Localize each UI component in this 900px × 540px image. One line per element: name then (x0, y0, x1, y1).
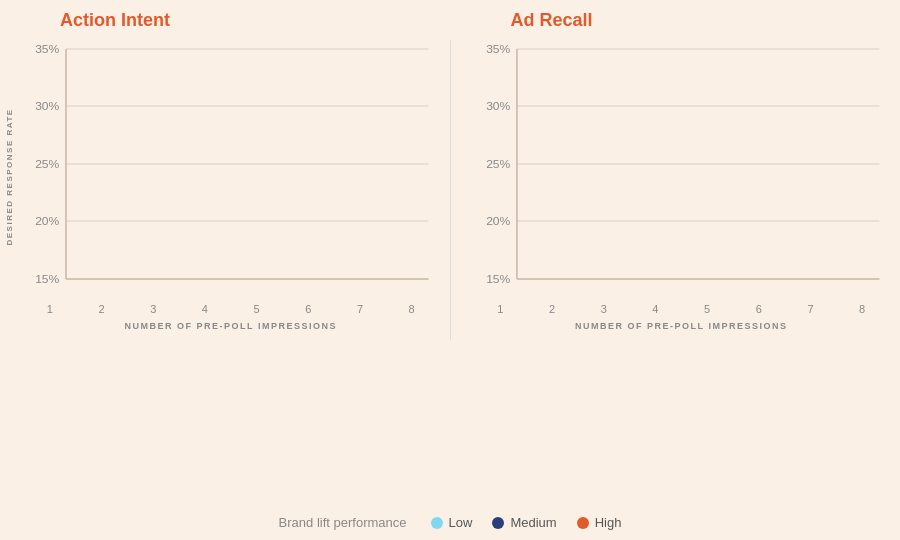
legend-dot-high (577, 517, 589, 529)
legend-label: Brand lift performance (279, 515, 407, 530)
svg-text:20%: 20% (486, 215, 510, 226)
x-tick-8: 8 (386, 303, 438, 315)
x-tick-7: 7 (785, 303, 837, 315)
x-tick-2: 2 (76, 303, 128, 315)
x-tick-5: 5 (681, 303, 733, 315)
x-tick-1: 1 (475, 303, 527, 315)
legend-dot-low (431, 517, 443, 529)
x-tick-3: 3 (127, 303, 179, 315)
legend-item-high: High (577, 515, 622, 530)
legend-item-medium-label: Medium (510, 515, 556, 530)
legend-item-low-label: Low (449, 515, 473, 530)
action-intent-y-axis-label-container: DESIRED RESPONSE RATE (0, 39, 18, 331)
ad-recall-x-axis-label: NUMBER OF PRE-POLL IMPRESSIONS (473, 321, 891, 331)
action-intent-x-ticks: 1 2 3 4 5 6 7 8 (24, 299, 438, 315)
action-intent-grid: 35% 30% 25% 20% 15% (22, 39, 440, 299)
charts-row: Action Intent DESIRED RESPONSE RATE (0, 10, 900, 505)
legend-item-low: Low (431, 515, 473, 530)
svg-text:25%: 25% (35, 158, 59, 169)
legend-dot-medium (492, 517, 504, 529)
x-tick-2: 2 (526, 303, 578, 315)
x-tick-4: 4 (179, 303, 231, 315)
ad-recall-grid: 35% 30% 25% 20% 15% (473, 39, 891, 299)
x-tick-7: 7 (334, 303, 386, 315)
action-intent-chart-wrapper: Action Intent DESIRED RESPONSE RATE (0, 10, 450, 331)
action-intent-x-axis-label: NUMBER OF PRE-POLL IMPRESSIONS (22, 321, 440, 331)
action-intent-svg: 35% 30% 25% 20% 15% (22, 39, 440, 299)
svg-text:15%: 15% (35, 273, 59, 284)
ad-recall-title: Ad Recall (511, 10, 593, 31)
x-tick-8: 8 (836, 303, 888, 315)
ad-recall-svg: 35% 30% 25% 20% 15% (473, 39, 891, 299)
action-intent-title: Action Intent (60, 10, 170, 31)
action-intent-y-axis-label: DESIRED RESPONSE RATE (5, 125, 14, 245)
x-tick-6: 6 (282, 303, 334, 315)
svg-text:35%: 35% (35, 43, 59, 54)
action-intent-chart-area: DESIRED RESPONSE RATE (0, 39, 440, 331)
x-tick-1: 1 (24, 303, 76, 315)
x-tick-6: 6 (733, 303, 785, 315)
legend-item-high-label: High (595, 515, 622, 530)
main-container: Action Intent DESIRED RESPONSE RATE (0, 0, 900, 540)
ad-recall-chart-wrapper: Ad Recall 35 (451, 10, 901, 331)
ad-recall-x-ticks: 1 2 3 4 5 6 7 8 (475, 299, 889, 315)
x-tick-4: 4 (630, 303, 682, 315)
x-tick-3: 3 (578, 303, 630, 315)
svg-text:30%: 30% (486, 100, 510, 111)
ad-recall-plot-area: 35% 30% 25% 20% 15% 1 2 3 4 5 6 (473, 39, 891, 331)
x-tick-5: 5 (231, 303, 283, 315)
svg-text:20%: 20% (35, 215, 59, 226)
ad-recall-chart-area: 35% 30% 25% 20% 15% 1 2 3 4 5 6 (451, 39, 891, 331)
ad-recall-y-axis-label-container (451, 39, 469, 331)
legend-item-medium: Medium (492, 515, 556, 530)
svg-text:35%: 35% (486, 43, 510, 54)
action-intent-plot-area: 35% 30% 25% 20% 15% 1 2 3 4 5 6 (22, 39, 440, 331)
svg-text:15%: 15% (486, 273, 510, 284)
legend: Brand lift performance Low Medium High (0, 515, 900, 540)
svg-text:25%: 25% (486, 158, 510, 169)
svg-text:30%: 30% (35, 100, 59, 111)
